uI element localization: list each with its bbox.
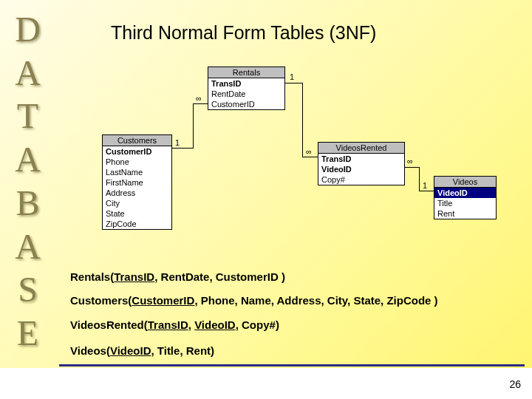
cardinality-many: ∞ <box>407 157 413 166</box>
field-pk: TransID <box>318 154 404 164</box>
field: Copy# <box>318 174 404 185</box>
connector <box>405 167 419 168</box>
cardinality-one: 1 <box>290 72 294 81</box>
table-rentals: Rentals TransID RentDate CustomerID <box>208 66 285 110</box>
table-videos: Videos VideoID Title Rent <box>434 176 497 219</box>
field: Phone <box>103 157 171 167</box>
table-header: Customers <box>103 135 171 146</box>
field: City <box>103 198 171 208</box>
field: Title <box>434 198 496 208</box>
footer-rule <box>59 364 525 366</box>
cardinality-many: ∞ <box>196 94 202 103</box>
schema-videos: Videos(VideoID, Title, Rent) <box>70 344 214 358</box>
table-header: Videos <box>434 177 496 188</box>
slide-title: Third Normal Form Tables (3NF) <box>111 22 376 44</box>
field: LastName <box>103 167 171 177</box>
sidebar-database: D A T A B A S E <box>7 7 48 355</box>
field: ZipCode <box>103 219 171 229</box>
field-pk: VideoID <box>434 188 496 198</box>
slide-bg: D A T A B A S E Third Normal Form Tables… <box>0 0 532 368</box>
cardinality-one: 1 <box>423 181 427 190</box>
page-number: 26 <box>509 378 521 390</box>
schema-rentals: Rentals(TransID, RentDate, CustomerID ) <box>70 270 285 284</box>
cardinality-one: 1 <box>175 138 180 147</box>
sidebar-letter: B <box>16 183 39 223</box>
sidebar-letter: A <box>15 139 41 180</box>
field: Address <box>103 188 171 198</box>
field-pk: CustomerID <box>103 146 171 157</box>
sidebar-letter: A <box>15 226 41 267</box>
sidebar-letter: E <box>17 313 38 353</box>
schema-customers: Customers(CustomerID, Phone, Name, Addre… <box>70 293 438 308</box>
connector <box>172 148 193 149</box>
connector <box>419 191 434 191</box>
table-customers: Customers CustomerID Phone LastName Firs… <box>102 134 172 230</box>
sidebar-letter: D <box>15 9 41 50</box>
schema-videosrented: VideosRented(TransID, VideoID, Copy#) <box>70 318 279 332</box>
table-videosrented: VideosRented TransID VideoID Copy# <box>318 142 405 185</box>
table-header: Rentals <box>208 67 284 78</box>
connector <box>302 157 318 157</box>
field: Rent <box>434 208 496 219</box>
field: State <box>103 208 171 219</box>
connector <box>419 167 420 191</box>
table-header: VideosRented <box>318 143 404 154</box>
field-pk: TransID <box>208 78 284 89</box>
field: CustomerID <box>208 99 284 109</box>
sidebar-letter: A <box>15 52 41 93</box>
field: FirstName <box>103 177 171 188</box>
connector <box>285 83 302 83</box>
field: RentDate <box>208 89 284 99</box>
connector <box>193 103 208 104</box>
cardinality-many: ∞ <box>306 147 312 156</box>
connector <box>302 83 303 157</box>
connector <box>193 103 194 149</box>
sidebar-letter: T <box>17 95 38 136</box>
sidebar-letter: S <box>18 269 38 310</box>
field-pk: VideoID <box>318 164 404 174</box>
